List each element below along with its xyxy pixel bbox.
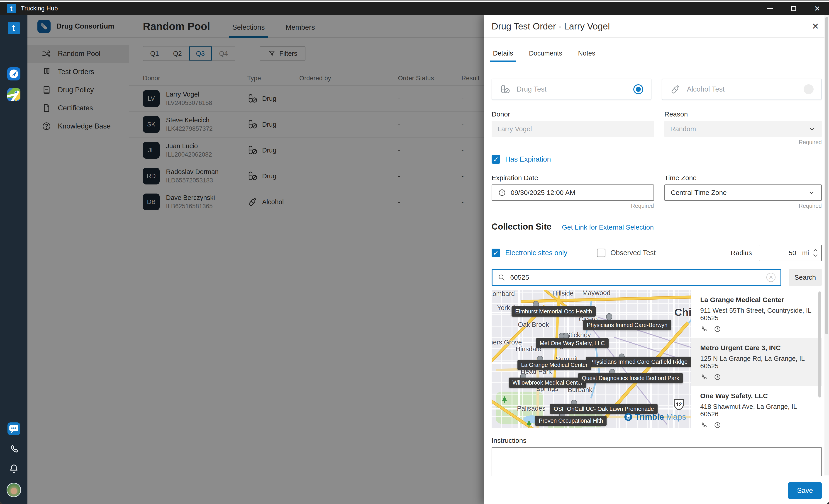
timezone-select[interactable]: Central Time Zone [664, 185, 822, 201]
expiration-date-field[interactable]: 09/30/2025 12:00 AM [492, 185, 654, 201]
clock-icon [498, 189, 506, 197]
has-expiration-label: Has Expiration [505, 155, 551, 163]
drug-test-icon [500, 84, 511, 95]
site-list-item[interactable]: One Way Safety, LLC 418 Shawmut Ave, La … [691, 386, 822, 428]
drawer-tab[interactable]: Notes [577, 50, 597, 62]
chevron-down-icon [808, 189, 816, 196]
maps-app-icon[interactable] [7, 88, 21, 101]
timezone-label: Time Zone [664, 174, 822, 182]
user-avatar[interactable] [7, 483, 21, 497]
trimble-logo-icon [624, 413, 633, 421]
window-controls: ✕ [758, 2, 829, 15]
drawer-title: Drug Test Order - Larry Vogel [492, 21, 610, 32]
timezone-required-hint: Required [664, 203, 822, 209]
map-place-label: Lombard [492, 290, 515, 298]
notifications-bell-icon[interactable] [8, 463, 19, 474]
navigation-app-icon[interactable] [7, 67, 21, 80]
site-name: One Way Safety, LLC [700, 392, 813, 400]
phone-icon[interactable] [700, 374, 708, 381]
electronic-sites-checkbox[interactable]: ✓ Electronic sites only [492, 248, 567, 257]
map-site-tooltip[interactable]: Met One Way Safety, LLC [536, 338, 609, 348]
trimble-maps: Maps [666, 412, 686, 422]
trucking-hub-logo-icon[interactable]: t [8, 22, 20, 34]
checkbox-checked-icon: ✓ [492, 248, 500, 257]
chevron-down-icon [813, 254, 818, 257]
phone-icon[interactable] [700, 325, 708, 333]
chevron-up-icon [813, 248, 818, 252]
drawer-footer: Save [484, 476, 829, 504]
save-button[interactable]: Save [788, 482, 822, 499]
maximize-button[interactable] [782, 2, 805, 15]
app-window: t Trucking Hub ✕ t [0, 0, 829, 504]
phone-icon[interactable] [8, 444, 19, 455]
site-search-input[interactable] [510, 274, 766, 281]
site-list-item[interactable]: La Grange Medical Center 911 West 55Th S… [691, 290, 822, 338]
alcohol-test-icon [670, 84, 681, 95]
map-site-tooltip[interactable]: La Grange Medical Center [517, 360, 591, 370]
donor-label: Donor [492, 110, 654, 118]
drawer-scrollbar[interactable] [825, 15, 829, 475]
map-pin[interactable] [606, 313, 612, 320]
drug-test-radio[interactable] [633, 84, 643, 94]
radius-input[interactable]: 50 mi [759, 245, 822, 261]
reason-select[interactable]: Random [664, 121, 822, 137]
minimize-button[interactable] [758, 2, 782, 15]
drug-test-option[interactable]: Drug Test [492, 79, 651, 100]
has-expiration-checkbox[interactable]: ✓ Has Expiration [492, 155, 822, 164]
hours-clock-icon[interactable] [714, 422, 721, 428]
map-site-tooltip[interactable]: Quest Diagnostics Inside Bedford Park [578, 373, 683, 383]
drawer-header: Drug Test Order - Larry Vogel ✕ [484, 15, 829, 38]
search-button[interactable]: Search [789, 269, 822, 286]
close-window-button[interactable]: ✕ [805, 2, 829, 15]
collection-site-heading: Collection Site [492, 222, 551, 232]
modal-scrim[interactable] [28, 15, 484, 504]
collection-sites-map[interactable]: LombardHillsideMaywoodYork CenterOak Bro… [492, 290, 691, 428]
site-results-list: La Grange Medical Center 911 West 55Th S… [691, 290, 822, 428]
map-site-tooltip[interactable]: Willowbrook Medical Center [509, 378, 586, 388]
alcohol-test-option[interactable]: Alcohol Test [662, 79, 822, 100]
map-place-label: Chicago [674, 306, 691, 318]
map-site-tooltip[interactable]: Proven Occupational Hlth [535, 416, 607, 426]
search-icon [498, 273, 506, 281]
map-site-tooltip[interactable]: Elmhurst Memorial Occ Health [511, 306, 596, 317]
site-name: La Grange Medical Center [700, 296, 813, 304]
checkbox-unchecked-icon [597, 248, 605, 257]
radius-label: Radius [731, 249, 752, 257]
list-scrollbar[interactable] [818, 292, 821, 397]
radius-stepper[interactable] [813, 248, 818, 257]
site-address: 911 West 55Th Street, Countryside, IL 60… [700, 307, 813, 322]
observed-test-checkbox[interactable]: Observed Test [597, 248, 655, 257]
chevron-down-icon [808, 125, 816, 133]
hours-clock-icon[interactable] [714, 325, 721, 333]
observed-test-label: Observed Test [610, 249, 655, 257]
alcohol-test-radio[interactable] [804, 84, 814, 94]
scrollbar-thumb[interactable] [825, 17, 828, 334]
map-site-tooltip[interactable]: Physicians Immed Care-Garfield Ridge [586, 357, 691, 367]
alcohol-test-label: Alcohol Test [687, 85, 725, 93]
instructions-textarea[interactable] [492, 447, 822, 480]
site-search-box: ✕ [492, 269, 781, 286]
external-selection-link[interactable]: Get Link for External Selection [562, 224, 654, 231]
site-list-item[interactable]: Metro Urgent Care 3, INC 125 N La Grange… [691, 338, 822, 386]
radius-unit: mi [802, 249, 809, 257]
radius-value: 50 [765, 249, 802, 257]
map-attribution: Trimble Maps [624, 412, 686, 422]
drawer-tab[interactable]: Details [492, 50, 514, 62]
donor-field: Larry Vogel [492, 121, 654, 137]
map-site-tooltip[interactable]: Physicians Immed Care-Berwyn [583, 320, 671, 330]
hours-clock-icon[interactable] [714, 374, 721, 381]
route-12-shield: 12 [673, 398, 685, 412]
app-launcher-icon[interactable] [7, 43, 21, 57]
drawer-tabs: DetailsDocumentsNotes [492, 50, 822, 62]
checkbox-checked-icon: ✓ [492, 155, 500, 164]
phone-icon[interactable] [700, 422, 708, 428]
drawer-body: Drug Test Alcohol Test Donor Larry Vogel… [484, 79, 829, 481]
clear-search-icon[interactable]: ✕ [766, 273, 776, 282]
drawer-tab[interactable]: Documents [528, 50, 564, 62]
chat-icon[interactable] [7, 422, 20, 435]
map-place-label: Palisades [517, 405, 546, 412]
reason-required-hint: Required [664, 139, 822, 146]
map-place-label: Downers Grove [492, 339, 522, 346]
drug-test-label: Drug Test [516, 85, 546, 93]
close-drawer-icon[interactable]: ✕ [812, 21, 819, 31]
